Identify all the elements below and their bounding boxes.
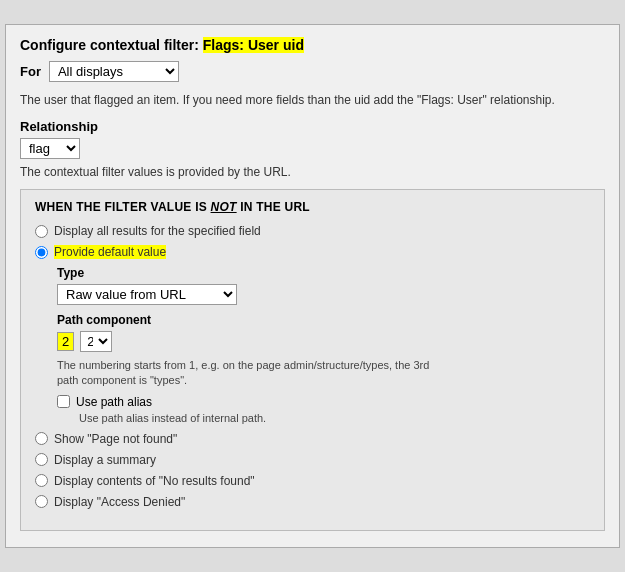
radio-page-not-found-row: Show "Page not found" <box>35 432 590 446</box>
main-container: Configure contextual filter: Flags: User… <box>5 24 620 548</box>
radio-display-all-row: Display all results for the specified fi… <box>35 224 590 238</box>
radio-access-denied-label[interactable]: Display "Access Denied" <box>54 495 185 509</box>
path-note: The numbering starts from 1, e.g. on the… <box>57 358 437 389</box>
relationship-row: flag none <box>20 138 605 159</box>
radio-display-all[interactable] <box>35 225 48 238</box>
radio-no-results-row: Display contents of "No results found" <box>35 474 590 488</box>
path-highlight-value: 2 <box>57 332 74 351</box>
radio-display-summary[interactable] <box>35 453 48 466</box>
radio-no-results[interactable] <box>35 474 48 487</box>
when-title: WHEN THE FILTER VALUE IS NOT IN THE URL <box>35 200 590 214</box>
radio-provide-default-label[interactable]: Provide default value <box>54 245 166 259</box>
type-select[interactable]: Raw value from URL Fixed value User ID N… <box>57 284 237 305</box>
type-label: Type <box>57 266 590 280</box>
page-title: Configure contextual filter: Flags: User… <box>20 37 605 53</box>
when-title-part1: WHEN THE FILTER VALUE IS <box>35 200 211 214</box>
radio-display-summary-label[interactable]: Display a summary <box>54 453 156 467</box>
radio-access-denied[interactable] <box>35 495 48 508</box>
relationship-select[interactable]: flag none <box>20 138 80 159</box>
when-box: WHEN THE FILTER VALUE IS NOT IN THE URL … <box>20 189 605 531</box>
when-title-part2: IN THE URL <box>237 200 310 214</box>
description-text: The user that flagged an item. If you ne… <box>20 92 605 109</box>
for-select[interactable]: All displays Page Block <box>49 61 179 82</box>
indented-options: Type Raw value from URL Fixed value User… <box>57 266 590 424</box>
radio-display-all-label[interactable]: Display all results for the specified fi… <box>54 224 261 238</box>
radio-provide-default[interactable] <box>35 246 48 259</box>
title-highlight: Flags: User uid <box>203 37 304 53</box>
title-prefix: Configure contextual filter: <box>20 37 203 53</box>
use-path-alias-label[interactable]: Use path alias <box>76 395 152 409</box>
path-alias-note: Use path alias instead of internal path. <box>79 412 590 424</box>
radio-provide-default-row: Provide default value <box>35 245 590 259</box>
for-label: For <box>20 64 41 79</box>
when-title-em: NOT <box>211 200 237 214</box>
contextual-note: The contextual filter values is provided… <box>20 165 605 179</box>
radio-page-not-found-label[interactable]: Show "Page not found" <box>54 432 177 446</box>
path-component-select[interactable]: 1 2 3 4 5 <box>80 331 112 352</box>
path-component-label: Path component <box>57 313 590 327</box>
radio-page-not-found[interactable] <box>35 432 48 445</box>
radio-access-denied-row: Display "Access Denied" <box>35 495 590 509</box>
type-select-wrapper: Raw value from URL Fixed value User ID N… <box>57 284 590 305</box>
path-component-row: 2 1 2 3 4 5 <box>57 331 590 352</box>
for-row: For All displays Page Block <box>20 61 605 82</box>
radio-no-results-label[interactable]: Display contents of "No results found" <box>54 474 255 488</box>
use-path-alias-checkbox[interactable] <box>57 395 70 408</box>
radio-display-summary-row: Display a summary <box>35 453 590 467</box>
relationship-label: Relationship <box>20 119 605 134</box>
use-path-alias-row: Use path alias <box>57 395 590 409</box>
